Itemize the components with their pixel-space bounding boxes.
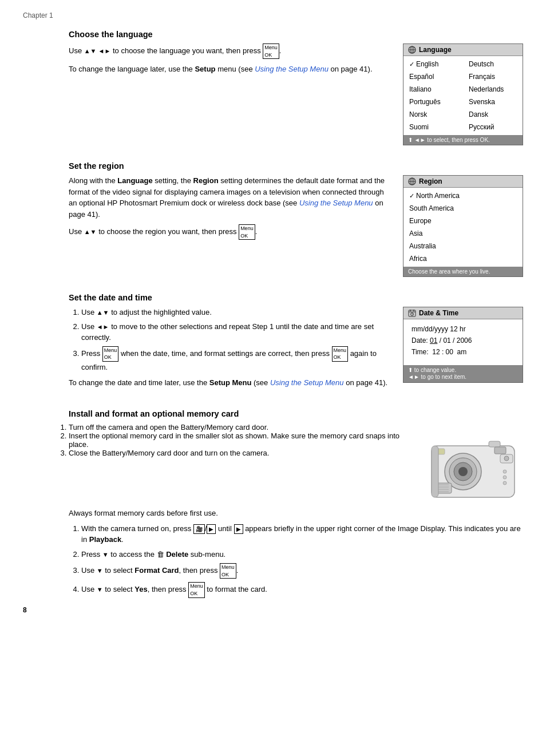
datetime-clock-icon bbox=[408, 309, 416, 317]
region-globe-icon bbox=[408, 177, 416, 185]
lang-espanol: Español bbox=[403, 70, 463, 83]
svg-point-22 bbox=[504, 456, 509, 461]
region-box-title: Region bbox=[419, 177, 442, 185]
language-ui-box: Language English Deutsch Español Françai… bbox=[403, 43, 523, 145]
datetime-text: Use ▲▼ to adjust the highlighted value. … bbox=[69, 307, 391, 393]
datetime-footer1: ⬆ to change value. bbox=[408, 367, 518, 373]
memory-section-title: Install and format an optional memory ca… bbox=[69, 409, 523, 418]
format-step3: Use ▼ to select Format Card, then press … bbox=[81, 563, 523, 579]
language-para1: Use ▲▼ ◄► to choose the language you wan… bbox=[69, 43, 391, 59]
lang-deutsch: Deutsch bbox=[463, 58, 523, 70]
section-datetime: Set the date and time Use ▲▼ to adjust t… bbox=[23, 293, 523, 393]
datetime-footer2: ◄► to go to next item. bbox=[408, 374, 518, 380]
lang-suomi: Suomi bbox=[403, 121, 463, 133]
datetime-step3: Press MenuOK when the date, time, and fo… bbox=[81, 346, 391, 373]
region-footer-text: Choose the area where you live. bbox=[408, 268, 490, 275]
region-asia: Asia bbox=[403, 227, 523, 240]
datetime-step1: Use ▲▼ to adjust the highlighted value. bbox=[81, 307, 391, 318]
region-section-title: Set the region bbox=[69, 161, 523, 171]
language-footer-text: ⬆ ◄► to select, then press OK. bbox=[408, 137, 490, 143]
svg-rect-33 bbox=[432, 446, 438, 497]
language-section-title: Choose the language bbox=[69, 30, 523, 39]
always-format-text: Always format memory cards before first … bbox=[69, 509, 523, 517]
section-region: Set the region Along with the Language s… bbox=[23, 161, 523, 277]
memory-content: Turn off the camera and open the Battery… bbox=[23, 423, 523, 503]
section-language: Choose the language Use ▲▼ ◄► to choose … bbox=[23, 30, 523, 145]
memory-step1: Turn off the camera and open the Battery… bbox=[69, 423, 409, 432]
lang-nederlands: Nederlands bbox=[463, 83, 523, 96]
region-south-america: South America bbox=[403, 202, 523, 215]
svg-rect-26 bbox=[494, 447, 506, 454]
region-europe: Europe bbox=[403, 215, 523, 227]
datetime-step2: Use ◄► to move to the other selections a… bbox=[81, 321, 391, 343]
region-setup-link1[interactable]: Using the Setup Menu bbox=[299, 199, 373, 207]
format-step1: With the camera turned on, press 🎥/▶ unt… bbox=[81, 523, 523, 545]
datetime-box-header: Date & Time bbox=[403, 307, 523, 319]
memory-bottom-steps: With the camera turned on, press 🎥/▶ unt… bbox=[23, 523, 523, 598]
memory-step3: Close the Battery/Memory card door and t… bbox=[69, 449, 409, 457]
region-australia: Australia bbox=[403, 240, 523, 252]
region-box-header: Region bbox=[403, 176, 523, 188]
region-north-america: North America bbox=[403, 189, 523, 202]
format-steps-list: With the camera turned on, press 🎥/▶ unt… bbox=[69, 523, 523, 598]
language-box-title: Language bbox=[419, 46, 452, 54]
region-box-footer: Choose the area where you live. bbox=[403, 267, 523, 276]
language-para2: To change the language later, use the Se… bbox=[69, 64, 391, 75]
lang-russian: Русский bbox=[463, 121, 523, 133]
format-step2: Press ▼ to access the 🗑 Delete sub-menu. bbox=[81, 549, 523, 560]
lang-italiano: Italiano bbox=[403, 83, 463, 96]
language-text: Use ▲▼ ◄► to choose the language you wan… bbox=[69, 43, 391, 80]
datetime-box-body: mm/dd/yyyy 12 hr Date: 01 / 01 / 2006 Ti… bbox=[403, 319, 523, 365]
region-para2: Use ▲▼ to choose the region you want, th… bbox=[69, 224, 391, 240]
language-grid: English Deutsch Español Français Italian… bbox=[403, 56, 523, 135]
svg-point-24 bbox=[503, 476, 507, 479]
datetime-format: mm/dd/yyyy 12 hr bbox=[412, 325, 515, 333]
svg-point-25 bbox=[503, 481, 507, 485]
lang-dansk: Dansk bbox=[463, 108, 523, 121]
datetime-box-footer: ⬆ to change value. ◄► to go to next item… bbox=[403, 365, 523, 382]
language-setup-link[interactable]: Using the Setup Menu bbox=[255, 65, 329, 73]
page-number: 8 bbox=[23, 606, 27, 614]
language-box-footer: ⬆ ◄► to select, then press OK. bbox=[403, 135, 523, 145]
camera-illustration bbox=[420, 429, 523, 503]
svg-point-23 bbox=[503, 470, 507, 473]
datetime-ui-box: Date & Time mm/dd/yyyy 12 hr Date: 01 / … bbox=[403, 307, 523, 383]
lang-portugues: Português bbox=[403, 96, 463, 108]
lang-svenska: Svenska bbox=[463, 96, 523, 108]
region-africa: Africa bbox=[403, 252, 523, 265]
region-para1: Along with the Language setting, the Reg… bbox=[69, 175, 391, 220]
region-box-body: North America South America Europe Asia … bbox=[403, 188, 523, 267]
format-step4: Use ▼ to select Yes, then press MenuOK t… bbox=[81, 582, 523, 597]
datetime-box-title: Date & Time bbox=[419, 309, 458, 317]
datetime-date: Date: 01 / 01 / 2006 bbox=[412, 337, 515, 345]
datetime-section-title: Set the date and time bbox=[69, 293, 523, 302]
svg-rect-20 bbox=[489, 441, 500, 447]
datetime-para2: To change the date and time later, use t… bbox=[69, 377, 391, 389]
lang-english: English bbox=[403, 58, 463, 70]
memory-always-para: Always format memory cards before first … bbox=[23, 509, 523, 517]
lang-francais: Français bbox=[463, 70, 523, 83]
lang-norsk: Norsk bbox=[403, 108, 463, 121]
datetime-time: Time: 12 : 00 am bbox=[412, 348, 515, 356]
region-ui-box: Region North America South America Europ… bbox=[403, 175, 523, 277]
language-box-body: English Deutsch Español Français Italian… bbox=[403, 56, 523, 135]
memory-steps-list: Turn off the camera and open the Battery… bbox=[69, 423, 409, 457]
camera-svg bbox=[420, 429, 523, 503]
datetime-steps-list: Use ▲▼ to adjust the highlighted value. … bbox=[69, 307, 391, 373]
region-text: Along with the Language setting, the Reg… bbox=[69, 175, 391, 244]
globe-icon bbox=[408, 46, 416, 54]
chapter-label: Chapter 1 bbox=[23, 11, 523, 19]
memory-left-text: Turn off the camera and open the Battery… bbox=[69, 423, 409, 457]
svg-point-19 bbox=[458, 467, 468, 476]
section-memory: Install and format an optional memory ca… bbox=[23, 409, 523, 598]
language-box-header: Language bbox=[403, 44, 523, 56]
memory-step2: Insert the optional memory card in the s… bbox=[69, 432, 409, 449]
datetime-setup-link[interactable]: Using the Setup Menu bbox=[270, 378, 344, 387]
